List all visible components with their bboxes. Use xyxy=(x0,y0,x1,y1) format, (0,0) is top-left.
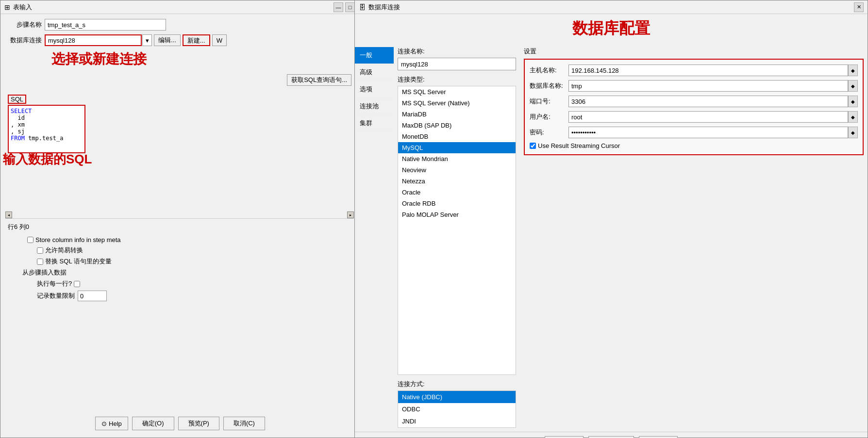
confirm-button[interactable]: 确定(O) xyxy=(132,417,174,430)
get-sql-row: 获取SQL查询语句... xyxy=(8,74,351,86)
left-window-controls: — □ xyxy=(334,2,355,12)
left-titlebar: ⊞ 表输入 — □ xyxy=(0,0,359,14)
db-connection-input[interactable] xyxy=(45,34,142,46)
dbname-diamond-btn[interactable]: ◆ xyxy=(848,80,858,92)
w-button[interactable]: W xyxy=(212,34,227,46)
left-title-area: ⊞ 表输入 xyxy=(4,3,32,12)
db-type-palo[interactable]: Palo MOLAP Server xyxy=(398,209,516,220)
exec-per-row-checkbox[interactable] xyxy=(74,281,80,287)
db-type-oracle-rdb[interactable]: Oracle RDB xyxy=(398,198,516,209)
db-type-ms-sql-native[interactable]: MS SQL Server (Native) xyxy=(398,97,516,109)
conn-type-jndi[interactable]: JNDI xyxy=(398,415,516,427)
step-name-row: 步骤名称 xyxy=(8,19,351,31)
password-label: 密码: xyxy=(530,128,568,137)
user-label: 用户名: xyxy=(530,113,568,121)
annotation-select-new: 选择或新建连接 xyxy=(51,50,147,68)
host-row: 主机名称: ◆ xyxy=(530,65,858,76)
password-input[interactable] xyxy=(568,127,848,138)
minimize-button[interactable]: — xyxy=(334,2,343,12)
db-type-netezza[interactable]: Netezza xyxy=(398,176,516,187)
simple-convert-checkbox[interactable] xyxy=(37,247,43,254)
use-result-streaming-checkbox[interactable] xyxy=(530,143,536,149)
user-diamond-btn[interactable]: ◆ xyxy=(848,111,858,123)
connection-name-input[interactable] xyxy=(398,58,516,70)
row-col-status: 行6 列0 xyxy=(8,223,29,230)
right-window-controls: ✕ xyxy=(854,2,864,12)
db-type-maxdb[interactable]: MaxDB (SAP DB) xyxy=(398,120,516,131)
db-connection-dropdown[interactable]: ▾ xyxy=(142,34,152,46)
insert-from-step-row: 从步骤插入数据 xyxy=(22,268,351,277)
simple-convert-label: 允许简易转换 xyxy=(45,246,83,255)
db-config-title: 数据库配置 xyxy=(572,15,650,42)
scroll-area: ◂ ▸ xyxy=(5,211,354,219)
connection-method-list: Native (JDBC) ODBC JNDI xyxy=(398,390,516,428)
host-diamond-btn[interactable]: ◆ xyxy=(848,65,858,76)
conn-type-odbc[interactable]: ODBC xyxy=(398,403,516,415)
help-button[interactable]: ⊙ Help xyxy=(95,417,128,430)
db-type-native-mondrian[interactable]: Native Mondrian xyxy=(398,153,516,164)
sql-editor[interactable]: SELECT id , xm , sj FROM tmp.test_a xyxy=(8,105,85,153)
new-button[interactable]: 新建... xyxy=(183,34,210,46)
preview-button[interactable]: 预览(P) xyxy=(178,417,219,430)
test-button[interactable]: 测试 xyxy=(545,436,584,438)
nav-item-cluster[interactable]: 集群 xyxy=(355,115,394,132)
sql-left: SQL SELECT id , xm , sj FROM tmp.test_a xyxy=(8,95,85,153)
scroll-right-btn[interactable]: ▸ xyxy=(347,211,354,218)
right-action-buttons: 测试 特征列表 浏览 xyxy=(355,432,868,438)
password-diamond-btn[interactable]: ◆ xyxy=(848,127,858,138)
annotation-area-1: 选择或新建连接 xyxy=(8,50,351,74)
left-window-title: 表输入 xyxy=(13,3,32,12)
nav-item-advanced[interactable]: 高级 xyxy=(355,64,394,81)
scrollbar-track xyxy=(12,211,347,218)
port-diamond-btn[interactable]: ◆ xyxy=(848,96,858,107)
store-column-checkbox[interactable] xyxy=(27,237,33,243)
settings-grid: 主机名称: ◆ 数据库名称: ◆ 端口号: xyxy=(524,59,864,155)
scroll-left-btn[interactable]: ◂ xyxy=(5,211,12,218)
left-nav-column: 一般 高级 选项 连接池 集群 xyxy=(355,43,394,432)
feature-list-button[interactable]: 特征列表 xyxy=(588,436,634,438)
table-icon: ⊞ xyxy=(4,3,10,11)
nav-item-options[interactable]: 选项 xyxy=(355,81,394,98)
nav-item-pool[interactable]: 连接池 xyxy=(355,98,394,115)
maximize-button[interactable]: □ xyxy=(345,2,355,12)
center-column: 连接名称: 连接类型: MS SQL Server MS SQL Server … xyxy=(394,43,520,432)
record-limit-input[interactable] xyxy=(78,291,107,301)
db-type-monetdb[interactable]: MonetDB xyxy=(398,131,516,142)
right-window-title: 数据库连接 xyxy=(368,3,400,12)
db-type-mariadb[interactable]: MariaDB xyxy=(398,109,516,120)
db-type-neoview[interactable]: Neoview xyxy=(398,164,516,176)
right-main-layout: 一般 高级 选项 连接池 集群 连接名称: 连接类型: MS SQL Serve… xyxy=(355,43,868,432)
dbname-label: 数据库名称: xyxy=(530,81,568,90)
db-connection-window: 🗄 数据库连接 ✕ 数据库配置 一般 高级 选项 连接池 集群 连接名称: 连接 xyxy=(354,0,868,438)
port-row: 端口号: ◆ xyxy=(530,96,858,107)
cancel-button[interactable]: 取消(C) xyxy=(223,417,265,430)
store-column-label: Store column info in step meta xyxy=(35,236,121,243)
get-sql-button[interactable]: 获取SQL查询语句... xyxy=(287,74,351,86)
host-input[interactable] xyxy=(568,65,848,76)
use-result-streaming-label: Use Result Streaming Cursor xyxy=(538,142,620,149)
dbname-input-area: ◆ xyxy=(568,80,858,92)
db-type-ms-sql[interactable]: MS SQL Server xyxy=(398,86,516,97)
left-button-bar: ⊙ Help 确定(O) 预览(P) 取消(C) xyxy=(0,417,360,430)
password-row: 密码: ◆ xyxy=(530,127,858,138)
conn-type-native-jdbc[interactable]: Native (JDBC) xyxy=(398,391,516,403)
options-area: Store column info in step meta 允许简易转换 替换… xyxy=(0,233,359,307)
replace-var-checkbox[interactable] xyxy=(37,259,43,265)
dbname-input[interactable] xyxy=(568,80,848,92)
port-input[interactable] xyxy=(568,96,848,107)
port-input-area: ◆ xyxy=(568,96,858,107)
use-result-streaming-row: Use Result Streaming Cursor xyxy=(530,142,858,149)
user-input[interactable] xyxy=(568,111,848,123)
edit-button[interactable]: 编辑... xyxy=(154,34,181,46)
nav-item-general[interactable]: 一般 xyxy=(355,47,394,64)
right-close-button[interactable]: ✕ xyxy=(854,2,864,12)
connection-name-area: 连接名称: xyxy=(398,47,516,70)
browse-button[interactable]: 浏览 xyxy=(639,436,678,438)
db-type-oracle[interactable]: Oracle xyxy=(398,187,516,198)
step-name-input[interactable] xyxy=(45,19,166,31)
replace-var-row: 替换 SQL 语句里的变量 xyxy=(37,257,351,266)
record-limit-label: 记录数量限制 xyxy=(37,292,75,300)
db-type-mysql[interactable]: MySQL xyxy=(398,142,516,153)
db-type-scroll[interactable]: MS SQL Server MS SQL Server (Native) Mar… xyxy=(398,86,516,374)
step-name-area: 步骤名称 数据库连接 ▾ 编辑... 新建... W 选择或新建连接 获取SQL… xyxy=(0,14,359,95)
